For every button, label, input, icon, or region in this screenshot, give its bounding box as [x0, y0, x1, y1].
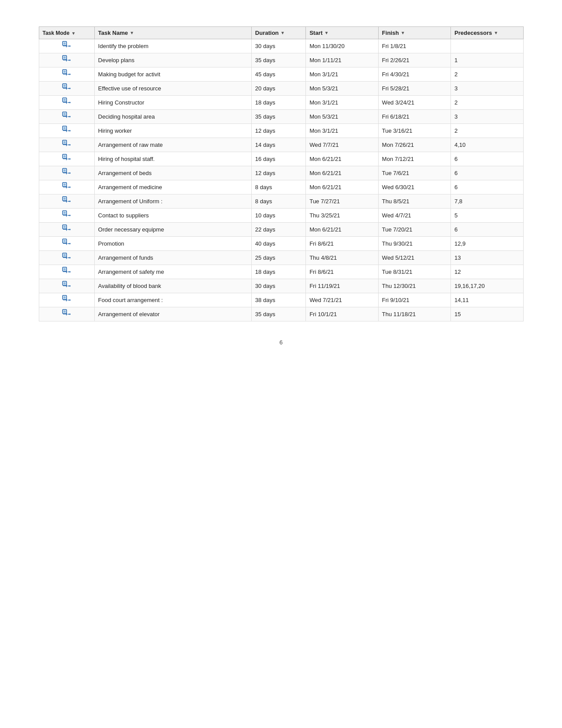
predecessors-cell: 19,16,17,20	[451, 279, 523, 293]
task-name-cell: Effective use of resource	[94, 82, 251, 96]
start-cell: Fri 11/19/21	[306, 279, 378, 293]
duration-cell: 18 days	[251, 96, 305, 110]
col-header-start[interactable]: Start ▼	[306, 27, 378, 39]
task-mode-cell	[39, 124, 94, 138]
task-name-cell: Arrangement of raw mate	[94, 138, 251, 152]
finish-dropdown-arrow[interactable]: ▼	[401, 30, 405, 35]
task-mode-icon	[62, 210, 71, 220]
task-name-cell: Arrangement of medicine	[94, 180, 251, 194]
duration-cell: 10 days	[251, 209, 305, 223]
predecessors-cell: 6	[451, 166, 523, 180]
task-mode-cell	[39, 279, 94, 293]
finish-cell: Fri 9/10/21	[378, 293, 450, 307]
duration-cell: 20 days	[251, 82, 305, 96]
start-cell: Mon 6/21/21	[306, 166, 378, 180]
duration-cell: 16 days	[251, 152, 305, 166]
svg-rect-86	[63, 282, 66, 284]
finish-cell: Mon 7/26/21	[378, 138, 450, 152]
finish-cell: Fri 2/26/21	[378, 53, 450, 67]
svg-marker-94	[70, 299, 71, 301]
table-row: Arrangement of Uniform :8 daysTue 7/27/2…	[39, 194, 523, 209]
svg-marker-24	[70, 102, 71, 104]
table-row: Identify the problem30 daysMon 11/30/20F…	[39, 39, 523, 53]
task-mode-icon	[62, 97, 71, 107]
svg-rect-31	[63, 127, 66, 129]
start-cell: Fri 8/6/21	[306, 237, 378, 251]
table-row: Arrangement of beds12 daysMon 6/21/21Tue…	[39, 166, 523, 180]
svg-marker-34	[70, 130, 71, 132]
predecessors-cell: 5	[451, 209, 523, 223]
task-mode-icon	[62, 182, 71, 191]
task-name-cell: Develop plans	[94, 53, 251, 67]
col-header-duration[interactable]: Duration ▼	[251, 27, 305, 39]
duration-cell: 12 days	[251, 124, 305, 138]
col-header-task-name[interactable]: Task Name ▼	[94, 27, 251, 39]
task-mode-cell	[39, 138, 94, 152]
svg-rect-81	[63, 268, 66, 270]
predecessors-cell: 3	[451, 110, 523, 124]
task-mode-cell	[39, 67, 94, 82]
start-cell: Wed 7/7/21	[306, 138, 378, 152]
task-mode-icon	[62, 196, 71, 205]
start-cell: Mon 6/21/21	[306, 223, 378, 237]
col-header-task-mode[interactable]: Task Mode ▼	[39, 27, 94, 39]
task-mode-icon	[62, 168, 71, 177]
finish-cell: Fri 5/28/21	[378, 82, 450, 96]
predecessors-cell: 2	[451, 124, 523, 138]
predecessors-dropdown-arrow[interactable]: ▼	[494, 30, 498, 35]
task-mode-cell	[39, 166, 94, 180]
task-mode-icon	[62, 224, 71, 234]
gantt-table-wrapper: Task Mode ▼ Task Name ▼ Duration ▼	[39, 26, 524, 321]
start-dropdown-arrow[interactable]: ▼	[324, 30, 329, 35]
svg-marker-99	[70, 314, 71, 315]
task-mode-icon	[62, 252, 71, 262]
svg-rect-41	[63, 155, 66, 157]
task-name-cell: Hiring of hospital staff.	[94, 152, 251, 166]
svg-rect-21	[63, 99, 66, 101]
duration-cell: 22 days	[251, 223, 305, 237]
task-mode-cell	[39, 265, 94, 279]
start-cell: Mon 6/21/21	[306, 180, 378, 194]
finish-cell: Wed 6/30/21	[378, 180, 450, 194]
col-header-finish[interactable]: Finish ▼	[378, 27, 450, 39]
task-mode-cell	[39, 223, 94, 237]
svg-marker-74	[70, 243, 71, 245]
col-header-predecessors[interactable]: Predecessors ▼	[451, 27, 523, 39]
svg-rect-36	[63, 141, 66, 143]
predecessors-cell: 1	[451, 53, 523, 67]
task-mode-cell	[39, 209, 94, 223]
task-name-dropdown-arrow[interactable]: ▼	[130, 30, 134, 35]
svg-rect-61	[63, 212, 66, 214]
table-row: Hiring Constructor18 daysMon 3/1/21Wed 3…	[39, 96, 523, 110]
predecessors-cell: 15	[451, 307, 523, 321]
finish-cell: Thu 11/18/21	[378, 307, 450, 321]
task-mode-cell	[39, 82, 94, 96]
table-row: Order necessary equipme22 daysMon 6/21/2…	[39, 223, 523, 237]
task-mode-cell	[39, 251, 94, 265]
duration-cell: 25 days	[251, 251, 305, 265]
gantt-table: Task Mode ▼ Task Name ▼ Duration ▼	[39, 26, 524, 321]
duration-dropdown-arrow[interactable]: ▼	[280, 30, 285, 35]
duration-cell: 18 days	[251, 265, 305, 279]
task-name-cell: Identify the problem	[94, 39, 251, 53]
task-mode-icon	[62, 280, 71, 290]
task-mode-cell	[39, 53, 94, 67]
task-name-cell: Arrangement of safety me	[94, 265, 251, 279]
predecessors-cell: 3	[451, 82, 523, 96]
svg-marker-59	[70, 201, 71, 202]
svg-rect-66	[63, 226, 66, 228]
svg-marker-79	[70, 257, 71, 259]
task-name-cell: Order necessary equipme	[94, 223, 251, 237]
start-cell: Mon 3/1/21	[306, 124, 378, 138]
predecessors-cell: 6	[451, 180, 523, 194]
svg-marker-89	[70, 285, 71, 287]
task-mode-cell	[39, 237, 94, 251]
table-row: Food court arrangement :38 daysWed 7/21/…	[39, 293, 523, 307]
duration-cell: 14 days	[251, 138, 305, 152]
predecessors-cell: 13	[451, 251, 523, 265]
duration-cell: 30 days	[251, 279, 305, 293]
task-mode-icon	[62, 41, 71, 50]
start-cell: Tue 7/27/21	[306, 194, 378, 209]
start-cell: Fri 10/1/21	[306, 307, 378, 321]
task-mode-dropdown-arrow[interactable]: ▼	[71, 31, 76, 36]
